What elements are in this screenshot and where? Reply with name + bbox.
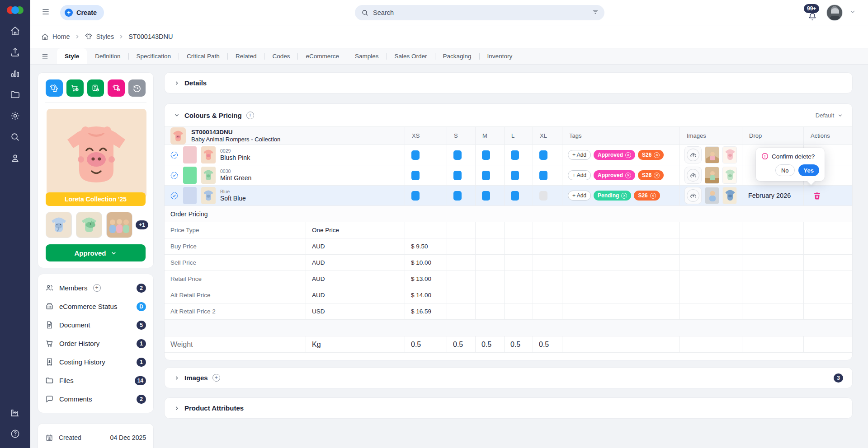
chevron-down-icon[interactable] (849, 8, 856, 17)
colour-sketch-thumbnail[interactable] (722, 187, 737, 204)
info-row-members[interactable]: Members + 2 (45, 279, 146, 297)
add-member-icon[interactable]: + (93, 284, 101, 292)
tab-samples[interactable]: Samples (347, 48, 387, 64)
row-check-icon[interactable] (170, 171, 179, 180)
remove-tag-icon[interactable]: ✕ (625, 173, 631, 178)
weight-xs[interactable]: 0.5 (405, 336, 447, 352)
notifications-button[interactable]: 99+ (805, 4, 820, 21)
row-check-icon[interactable] (170, 151, 179, 159)
colour-photo-thumbnail[interactable] (705, 187, 719, 204)
breadcrumb-styles[interactable]: Styles (85, 33, 114, 41)
section-images[interactable]: Images + 3 (164, 367, 853, 388)
colour-photo-thumbnail[interactable] (705, 146, 719, 163)
colour-swatch[interactable] (183, 146, 197, 163)
thumbnail-elephant-romper[interactable] (46, 212, 72, 238)
tag-season[interactable]: S26✕ (638, 170, 664, 180)
copy-style-button[interactable] (46, 79, 63, 97)
info-row-files[interactable]: Files 14 (45, 371, 146, 390)
upload-image-button[interactable] (684, 167, 702, 184)
info-row-costing-history[interactable]: Costing History 1 (45, 353, 146, 371)
weight-l[interactable]: 0.5 (504, 336, 533, 352)
drop-value[interactable]: February 2026 (742, 186, 803, 205)
tab-definition[interactable]: Definition (87, 48, 128, 64)
size-availability-l[interactable] (511, 191, 519, 201)
remove-tag-icon[interactable]: ✕ (625, 152, 631, 158)
settings-icon[interactable] (10, 111, 20, 121)
tab-critical-path[interactable]: Critical Path (179, 48, 227, 64)
info-row-document[interactable]: Document 5 (45, 316, 146, 334)
upload-icon[interactable] (10, 47, 20, 57)
app-logo[interactable] (7, 6, 24, 14)
chevron-down-icon[interactable] (174, 112, 180, 118)
size-availability-m[interactable] (482, 191, 490, 201)
upload-image-button[interactable] (684, 187, 702, 204)
tab-sales-order[interactable]: Sales Order (387, 48, 435, 64)
thumbnail-dino-romper[interactable] (76, 212, 102, 238)
colour-swatch[interactable] (183, 187, 197, 204)
remove-style-button[interactable] (108, 79, 125, 97)
add-tag-button[interactable]: + Add (568, 191, 591, 201)
add-tag-button[interactable]: + Add (568, 150, 591, 160)
more-images-badge[interactable]: +1 (136, 220, 148, 229)
section-product-attributes[interactable]: Product Attributes (164, 397, 853, 419)
tab-codes[interactable]: Codes (264, 48, 297, 64)
user-icon[interactable] (10, 153, 20, 163)
add-tag-button[interactable]: + Add (568, 170, 591, 180)
weight-m[interactable]: 0.5 (475, 336, 504, 352)
remove-tag-icon[interactable]: ✕ (650, 193, 656, 199)
size-availability-s[interactable] (453, 191, 462, 201)
factory-icon[interactable] (10, 407, 20, 420)
add-to-order-button[interactable] (66, 79, 84, 97)
add-costing-button[interactable] (87, 79, 104, 97)
size-availability-xs[interactable] (411, 171, 420, 180)
weight-xl[interactable]: 0.5 (533, 336, 562, 352)
size-availability-l[interactable] (511, 150, 519, 160)
size-availability-xs[interactable] (411, 150, 420, 160)
home-icon[interactable] (10, 26, 20, 36)
delete-colour-button[interactable] (813, 191, 821, 200)
tab-inventory[interactable]: Inventory (480, 48, 520, 64)
tabs-menu-icon[interactable] (41, 48, 49, 64)
status-dropdown[interactable]: Approved (46, 244, 146, 261)
style-hero-image[interactable] (47, 109, 145, 198)
colour-swatch[interactable] (183, 167, 197, 184)
info-row-comments[interactable]: Comments 2 (45, 390, 146, 408)
view-selector-dropdown[interactable]: Default (816, 112, 843, 119)
colour-thumbnail[interactable] (201, 167, 216, 184)
breadcrumb-home[interactable]: Home (41, 33, 70, 41)
tab-related[interactable]: Related (228, 48, 264, 64)
colour-sketch-thumbnail[interactable] (722, 146, 737, 163)
tab-packaging[interactable]: Packaging (435, 48, 479, 64)
size-availability-s[interactable] (453, 150, 462, 160)
colour-thumbnail[interactable] (201, 146, 216, 163)
analytics-icon[interactable] (10, 68, 20, 79)
menu-icon[interactable] (41, 7, 50, 18)
tab-ecommerce[interactable]: eCommerce (298, 48, 347, 64)
upload-image-button[interactable] (684, 146, 702, 163)
tag-pending[interactable]: Pending✕ (594, 191, 631, 201)
row-check-icon[interactable] (170, 191, 179, 200)
search-nav-icon[interactable] (10, 132, 20, 142)
weight-s[interactable]: 0.5 (447, 336, 475, 352)
confirm-yes-button[interactable]: Yes (798, 164, 819, 176)
info-row-order-history[interactable]: Order History 1 (45, 334, 146, 353)
info-row-ecommerce-status[interactable]: eCommerce Status D (45, 297, 146, 316)
tag-season[interactable]: S26✕ (634, 191, 660, 201)
size-availability-m[interactable] (482, 171, 490, 180)
size-availability-m[interactable] (482, 150, 490, 160)
search-input[interactable] (373, 9, 592, 16)
tab-style[interactable]: Style (57, 48, 87, 64)
create-button[interactable]: + Create (60, 5, 104, 20)
remove-tag-icon[interactable]: ✕ (621, 193, 627, 199)
confirm-no-button[interactable]: No (775, 164, 795, 176)
colour-photo-thumbnail[interactable] (705, 167, 719, 184)
history-button[interactable] (128, 79, 146, 97)
tab-specification[interactable]: Specification (129, 48, 179, 64)
colour-thumbnail[interactable] (201, 187, 216, 204)
remove-tag-icon[interactable]: ✕ (654, 173, 660, 178)
folder-icon[interactable] (10, 89, 20, 100)
size-availability-s[interactable] (453, 171, 462, 180)
colour-sketch-thumbnail[interactable] (722, 167, 737, 184)
size-availability-xl[interactable] (539, 150, 547, 160)
avatar[interactable] (826, 5, 843, 21)
